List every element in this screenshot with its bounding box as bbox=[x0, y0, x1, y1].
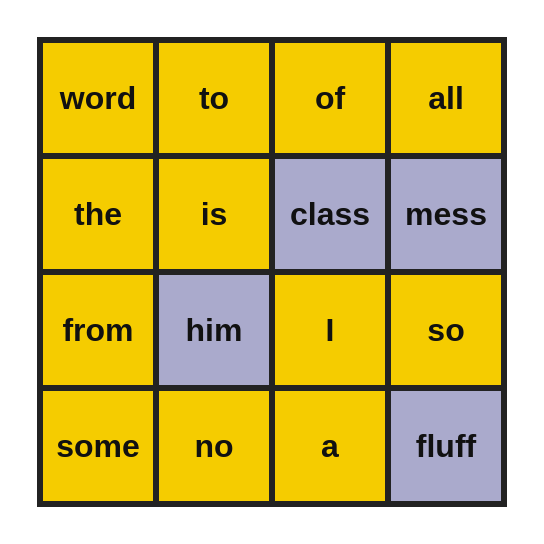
grid-cell-r2c1[interactable]: him bbox=[156, 272, 272, 388]
grid-cell-r1c0[interactable]: the bbox=[40, 156, 156, 272]
grid-cell-r0c2[interactable]: of bbox=[272, 40, 388, 156]
grid-cell-r1c1[interactable]: is bbox=[156, 156, 272, 272]
grid-cell-r3c1[interactable]: no bbox=[156, 388, 272, 504]
grid-cell-r3c3[interactable]: fluff bbox=[388, 388, 504, 504]
grid-cell-r2c3[interactable]: so bbox=[388, 272, 504, 388]
grid-cell-r1c2[interactable]: class bbox=[272, 156, 388, 272]
grid-cell-r2c0[interactable]: from bbox=[40, 272, 156, 388]
grid-cell-r3c0[interactable]: some bbox=[40, 388, 156, 504]
grid-cell-r3c2[interactable]: a bbox=[272, 388, 388, 504]
word-grid: wordtoofalltheisclassmessfromhimIsosomen… bbox=[37, 37, 507, 507]
grid-cell-r1c3[interactable]: mess bbox=[388, 156, 504, 272]
grid-cell-r0c0[interactable]: word bbox=[40, 40, 156, 156]
grid-cell-r0c3[interactable]: all bbox=[388, 40, 504, 156]
grid-cell-r0c1[interactable]: to bbox=[156, 40, 272, 156]
grid-cell-r2c2[interactable]: I bbox=[272, 272, 388, 388]
